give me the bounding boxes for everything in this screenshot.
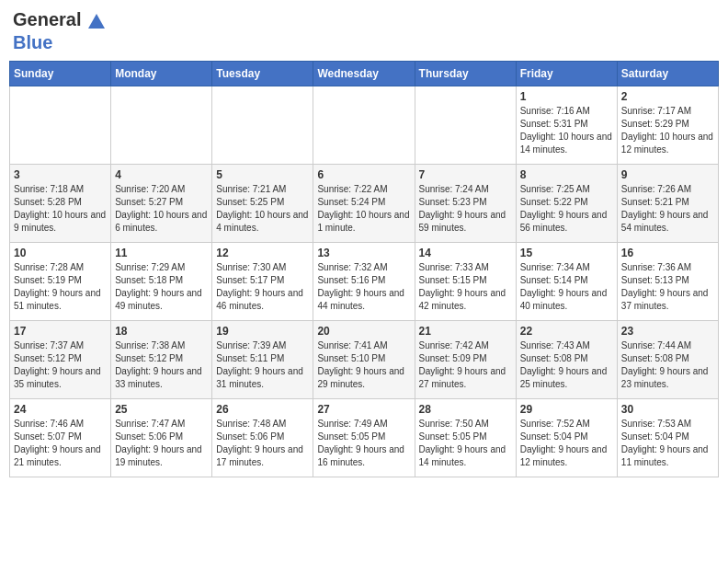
day-info: Sunrise: 7:44 AMSunset: 5:08 PMDaylight:… — [621, 339, 714, 391]
calendar-cell: 22Sunrise: 7:43 AMSunset: 5:08 PMDayligh… — [516, 320, 617, 398]
calendar-body: 1Sunrise: 7:16 AMSunset: 5:31 PMDaylight… — [10, 86, 719, 477]
calendar-cell: 7Sunrise: 7:24 AMSunset: 5:23 PMDaylight… — [415, 164, 516, 242]
day-number: 13 — [317, 247, 410, 259]
header-day-tuesday: Tuesday — [212, 61, 313, 86]
calendar-cell: 25Sunrise: 7:47 AMSunset: 5:06 PMDayligh… — [111, 398, 212, 477]
day-number: 26 — [216, 403, 309, 416]
day-info: Sunrise: 7:34 AMSunset: 5:14 PMDaylight:… — [520, 261, 613, 313]
day-info: Sunrise: 7:22 AMSunset: 5:24 PMDaylight:… — [317, 183, 410, 235]
day-number: 8 — [520, 168, 613, 181]
day-number: 27 — [317, 403, 410, 416]
day-info: Sunrise: 7:43 AMSunset: 5:08 PMDaylight:… — [520, 339, 613, 391]
day-number: 9 — [621, 168, 714, 181]
calendar-cell — [313, 86, 415, 164]
day-info: Sunrise: 7:18 AMSunset: 5:28 PMDaylight:… — [14, 183, 107, 235]
day-info: Sunrise: 7:21 AMSunset: 5:25 PMDaylight:… — [216, 183, 309, 235]
week-row-1: 1Sunrise: 7:16 AMSunset: 5:31 PMDaylight… — [10, 86, 719, 164]
calendar-header: SundayMondayTuesdayWednesdayThursdayFrid… — [10, 61, 719, 86]
calendar-cell: 20Sunrise: 7:41 AMSunset: 5:10 PMDayligh… — [313, 320, 415, 398]
calendar-cell: 28Sunrise: 7:50 AMSunset: 5:05 PMDayligh… — [415, 398, 516, 477]
calendar-cell: 18Sunrise: 7:38 AMSunset: 5:12 PMDayligh… — [111, 320, 212, 398]
day-info: Sunrise: 7:36 AMSunset: 5:13 PMDaylight:… — [621, 261, 714, 313]
calendar-cell — [111, 86, 212, 164]
day-number: 15 — [520, 247, 613, 259]
day-number: 6 — [317, 168, 410, 181]
week-row-4: 17Sunrise: 7:37 AMSunset: 5:12 PMDayligh… — [10, 320, 719, 398]
calendar-cell: 8Sunrise: 7:25 AMSunset: 5:22 PMDaylight… — [516, 164, 617, 242]
day-info: Sunrise: 7:33 AMSunset: 5:15 PMDaylight:… — [419, 261, 512, 313]
calendar-cell: 4Sunrise: 7:20 AMSunset: 5:27 PMDaylight… — [111, 164, 212, 242]
header-day-saturday: Saturday — [617, 61, 718, 86]
svg-marker-0 — [88, 14, 105, 29]
day-number: 18 — [115, 325, 208, 338]
day-info: Sunrise: 7:16 AMSunset: 5:31 PMDaylight:… — [520, 105, 613, 156]
calendar-cell: 9Sunrise: 7:26 AMSunset: 5:21 PMDaylight… — [617, 164, 718, 242]
day-number: 14 — [419, 247, 512, 259]
day-number: 21 — [419, 325, 512, 338]
calendar-cell: 2Sunrise: 7:17 AMSunset: 5:29 PMDaylight… — [617, 86, 718, 164]
calendar-table: SundayMondayTuesdayWednesdayThursdayFrid… — [9, 61, 719, 477]
header-row: SundayMondayTuesdayWednesdayThursdayFrid… — [10, 61, 719, 86]
week-row-2: 3Sunrise: 7:18 AMSunset: 5:28 PMDaylight… — [10, 164, 719, 242]
header-day-wednesday: Wednesday — [313, 61, 415, 86]
calendar-cell: 12Sunrise: 7:30 AMSunset: 5:17 PMDayligh… — [212, 242, 313, 320]
calendar-cell — [212, 86, 313, 164]
day-number: 10 — [14, 247, 107, 259]
day-info: Sunrise: 7:48 AMSunset: 5:06 PMDaylight:… — [216, 418, 309, 469]
day-number: 11 — [115, 247, 208, 259]
calendar-cell: 6Sunrise: 7:22 AMSunset: 5:24 PMDaylight… — [313, 164, 415, 242]
day-info: Sunrise: 7:52 AMSunset: 5:04 PMDaylight:… — [520, 418, 613, 469]
day-number: 24 — [14, 403, 107, 416]
calendar-cell: 3Sunrise: 7:18 AMSunset: 5:28 PMDaylight… — [10, 164, 111, 242]
calendar-cell: 16Sunrise: 7:36 AMSunset: 5:13 PMDayligh… — [617, 242, 718, 320]
calendar-cell: 5Sunrise: 7:21 AMSunset: 5:25 PMDaylight… — [212, 164, 313, 242]
day-info: Sunrise: 7:49 AMSunset: 5:05 PMDaylight:… — [317, 418, 410, 469]
day-number: 16 — [621, 247, 714, 259]
header-day-friday: Friday — [516, 61, 617, 86]
day-info: Sunrise: 7:17 AMSunset: 5:29 PMDaylight:… — [621, 105, 714, 156]
day-number: 25 — [115, 403, 208, 416]
calendar-cell: 19Sunrise: 7:39 AMSunset: 5:11 PMDayligh… — [212, 320, 313, 398]
calendar-cell: 11Sunrise: 7:29 AMSunset: 5:18 PMDayligh… — [111, 242, 212, 320]
day-info: Sunrise: 7:26 AMSunset: 5:21 PMDaylight:… — [621, 183, 714, 235]
calendar-cell: 10Sunrise: 7:28 AMSunset: 5:19 PMDayligh… — [10, 242, 111, 320]
day-number: 20 — [317, 325, 410, 338]
header-day-thursday: Thursday — [415, 61, 516, 86]
day-info: Sunrise: 7:41 AMSunset: 5:10 PMDaylight:… — [317, 339, 410, 391]
day-number: 28 — [419, 403, 512, 416]
logo-blue: Blue — [13, 32, 52, 52]
logo-text: General — [13, 9, 107, 32]
day-number: 7 — [419, 168, 512, 181]
calendar-cell: 23Sunrise: 7:44 AMSunset: 5:08 PMDayligh… — [617, 320, 718, 398]
day-info: Sunrise: 7:25 AMSunset: 5:22 PMDaylight:… — [520, 183, 613, 235]
day-number: 17 — [14, 325, 107, 338]
day-info: Sunrise: 7:30 AMSunset: 5:17 PMDaylight:… — [216, 261, 309, 313]
calendar-cell: 15Sunrise: 7:34 AMSunset: 5:14 PMDayligh… — [516, 242, 617, 320]
day-number: 30 — [621, 403, 714, 416]
day-info: Sunrise: 7:50 AMSunset: 5:05 PMDaylight:… — [419, 418, 512, 469]
calendar-cell: 1Sunrise: 7:16 AMSunset: 5:31 PMDaylight… — [516, 86, 617, 164]
day-number: 2 — [621, 90, 714, 103]
day-info: Sunrise: 7:53 AMSunset: 5:04 PMDaylight:… — [621, 418, 714, 469]
week-row-5: 24Sunrise: 7:46 AMSunset: 5:07 PMDayligh… — [10, 398, 719, 477]
day-info: Sunrise: 7:46 AMSunset: 5:07 PMDaylight:… — [14, 418, 107, 469]
day-number: 1 — [520, 90, 613, 103]
day-info: Sunrise: 7:28 AMSunset: 5:19 PMDaylight:… — [14, 261, 107, 313]
calendar-cell — [415, 86, 516, 164]
day-info: Sunrise: 7:39 AMSunset: 5:11 PMDaylight:… — [216, 339, 309, 391]
calendar-cell: 17Sunrise: 7:37 AMSunset: 5:12 PMDayligh… — [10, 320, 111, 398]
day-number: 23 — [621, 325, 714, 338]
calendar-cell: 14Sunrise: 7:33 AMSunset: 5:15 PMDayligh… — [415, 242, 516, 320]
day-number: 12 — [216, 247, 309, 259]
calendar-cell: 27Sunrise: 7:49 AMSunset: 5:05 PMDayligh… — [313, 398, 415, 477]
day-info: Sunrise: 7:24 AMSunset: 5:23 PMDaylight:… — [419, 183, 512, 235]
day-number: 29 — [520, 403, 613, 416]
day-number: 22 — [520, 325, 613, 338]
calendar-cell: 26Sunrise: 7:48 AMSunset: 5:06 PMDayligh… — [212, 398, 313, 477]
calendar-cell: 24Sunrise: 7:46 AMSunset: 5:07 PMDayligh… — [10, 398, 111, 477]
calendar-cell — [10, 86, 111, 164]
logo-icon — [86, 12, 107, 32]
logo: General Blue — [13, 9, 107, 53]
day-number: 5 — [216, 168, 309, 181]
day-number: 3 — [14, 168, 107, 181]
